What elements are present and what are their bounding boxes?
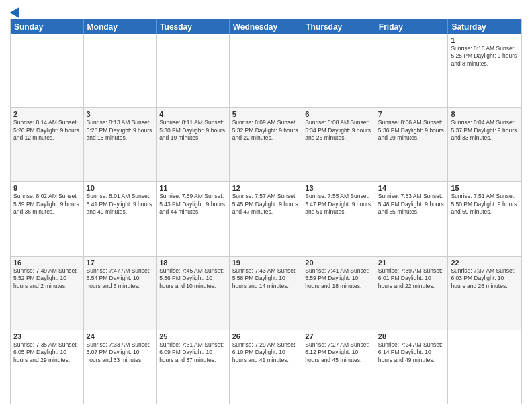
day-number: 24 — [87, 332, 154, 340]
day-number: 10 — [87, 184, 154, 192]
calendar-cell-empty-0-4 — [302, 34, 375, 107]
calendar-cell-13: 13Sunrise: 7:55 AM Sunset: 5:47 PM Dayli… — [302, 182, 375, 255]
day-number: 25 — [159, 332, 226, 340]
calendar-body: 1Sunrise: 8:16 AM Sunset: 5:25 PM Daylig… — [11, 34, 521, 404]
day-number: 14 — [378, 184, 445, 192]
day-info: Sunrise: 8:09 AM Sunset: 5:32 PM Dayligh… — [232, 119, 300, 142]
day-info: Sunrise: 7:39 AM Sunset: 6:01 PM Dayligh… — [378, 267, 445, 290]
calendar-header-thursday: Thursday — [302, 19, 375, 34]
calendar-cell-18: 18Sunrise: 7:45 AM Sunset: 5:56 PM Dayli… — [157, 257, 230, 330]
day-number: 1 — [451, 36, 519, 44]
day-info: Sunrise: 7:51 AM Sunset: 5:50 PM Dayligh… — [451, 193, 519, 216]
calendar-header-sunday: Sunday — [11, 19, 84, 34]
calendar-header-friday: Friday — [375, 19, 449, 34]
calendar-cell-3: 3Sunrise: 8:13 AM Sunset: 5:28 PM Daylig… — [84, 108, 157, 181]
day-number: 9 — [13, 184, 81, 192]
day-number: 22 — [451, 259, 519, 267]
calendar-cell-2: 2Sunrise: 8:14 AM Sunset: 5:26 PM Daylig… — [11, 108, 84, 181]
day-info: Sunrise: 7:59 AM Sunset: 5:43 PM Dayligh… — [159, 193, 226, 216]
day-info: Sunrise: 7:43 AM Sunset: 5:58 PM Dayligh… — [232, 267, 300, 290]
calendar: SundayMondayTuesdayWednesdayThursdayFrid… — [10, 19, 522, 404]
calendar-week-3: 9Sunrise: 8:02 AM Sunset: 5:39 PM Daylig… — [11, 181, 521, 255]
page: SundayMondayTuesdayWednesdayThursdayFrid… — [0, 0, 532, 411]
day-number: 12 — [232, 184, 300, 192]
day-info: Sunrise: 7:41 AM Sunset: 5:59 PM Dayligh… — [305, 267, 372, 290]
calendar-cell-empty-4-6 — [448, 330, 521, 404]
day-number: 23 — [13, 332, 81, 340]
calendar-header-tuesday: Tuesday — [157, 19, 230, 34]
calendar-cell-16: 16Sunrise: 7:49 AM Sunset: 5:52 PM Dayli… — [11, 257, 84, 330]
calendar-cell-23: 23Sunrise: 7:35 AM Sunset: 6:05 PM Dayli… — [11, 330, 84, 404]
day-info: Sunrise: 8:08 AM Sunset: 5:34 PM Dayligh… — [305, 119, 372, 142]
calendar-week-5: 23Sunrise: 7:35 AM Sunset: 6:05 PM Dayli… — [11, 330, 521, 404]
calendar-cell-empty-0-0 — [11, 34, 84, 107]
header — [10, 7, 522, 16]
calendar-cell-25: 25Sunrise: 7:31 AM Sunset: 6:09 PM Dayli… — [157, 330, 230, 404]
day-number: 26 — [232, 332, 300, 340]
calendar-week-2: 2Sunrise: 8:14 AM Sunset: 5:26 PM Daylig… — [11, 107, 521, 181]
day-info: Sunrise: 7:47 AM Sunset: 5:54 PM Dayligh… — [87, 267, 154, 290]
calendar-cell-12: 12Sunrise: 7:57 AM Sunset: 5:45 PM Dayli… — [230, 182, 303, 255]
calendar-cell-20: 20Sunrise: 7:41 AM Sunset: 5:59 PM Dayli… — [302, 257, 375, 330]
day-info: Sunrise: 7:57 AM Sunset: 5:45 PM Dayligh… — [232, 193, 300, 216]
day-info: Sunrise: 7:33 AM Sunset: 6:07 PM Dayligh… — [87, 341, 154, 364]
calendar-header-row: SundayMondayTuesdayWednesdayThursdayFrid… — [11, 19, 521, 34]
day-number: 11 — [159, 184, 226, 192]
logo-triangle-icon — [10, 5, 24, 18]
day-info: Sunrise: 7:35 AM Sunset: 6:05 PM Dayligh… — [13, 341, 81, 364]
day-number: 5 — [232, 110, 300, 118]
calendar-week-4: 16Sunrise: 7:49 AM Sunset: 5:52 PM Dayli… — [11, 256, 521, 330]
day-number: 20 — [305, 259, 372, 267]
day-number: 15 — [451, 184, 519, 192]
calendar-cell-8: 8Sunrise: 8:04 AM Sunset: 5:37 PM Daylig… — [448, 108, 521, 181]
day-number: 13 — [305, 184, 372, 192]
day-info: Sunrise: 8:06 AM Sunset: 5:36 PM Dayligh… — [378, 119, 445, 142]
calendar-cell-24: 24Sunrise: 7:33 AM Sunset: 6:07 PM Dayli… — [84, 330, 157, 404]
day-number: 3 — [87, 110, 154, 118]
calendar-cell-6: 6Sunrise: 8:08 AM Sunset: 5:34 PM Daylig… — [302, 108, 375, 181]
calendar-header-monday: Monday — [84, 19, 157, 34]
calendar-header-saturday: Saturday — [448, 19, 521, 34]
calendar-week-1: 1Sunrise: 8:16 AM Sunset: 5:25 PM Daylig… — [11, 34, 521, 107]
logo — [10, 7, 22, 16]
day-info: Sunrise: 7:24 AM Sunset: 6:14 PM Dayligh… — [378, 341, 445, 364]
day-info: Sunrise: 7:49 AM Sunset: 5:52 PM Dayligh… — [13, 267, 81, 290]
day-info: Sunrise: 8:04 AM Sunset: 5:37 PM Dayligh… — [451, 119, 519, 142]
day-number: 4 — [159, 110, 226, 118]
day-number: 2 — [13, 110, 81, 118]
day-info: Sunrise: 7:55 AM Sunset: 5:47 PM Dayligh… — [305, 193, 372, 216]
calendar-cell-empty-0-5 — [375, 34, 449, 107]
day-info: Sunrise: 7:31 AM Sunset: 6:09 PM Dayligh… — [159, 341, 226, 364]
day-number: 8 — [451, 110, 519, 118]
day-info: Sunrise: 7:45 AM Sunset: 5:56 PM Dayligh… — [159, 267, 226, 290]
calendar-cell-17: 17Sunrise: 7:47 AM Sunset: 5:54 PM Dayli… — [84, 257, 157, 330]
day-info: Sunrise: 8:16 AM Sunset: 5:25 PM Dayligh… — [451, 45, 519, 68]
day-number: 19 — [232, 259, 300, 267]
calendar-cell-5: 5Sunrise: 8:09 AM Sunset: 5:32 PM Daylig… — [230, 108, 303, 181]
calendar-cell-10: 10Sunrise: 8:01 AM Sunset: 5:41 PM Dayli… — [84, 182, 157, 255]
day-number: 7 — [378, 110, 445, 118]
calendar-cell-27: 27Sunrise: 7:27 AM Sunset: 6:12 PM Dayli… — [302, 330, 375, 404]
day-number: 18 — [159, 259, 226, 267]
calendar-cell-19: 19Sunrise: 7:43 AM Sunset: 5:58 PM Dayli… — [230, 257, 303, 330]
calendar-cell-28: 28Sunrise: 7:24 AM Sunset: 6:14 PM Dayli… — [375, 330, 449, 404]
calendar-cell-15: 15Sunrise: 7:51 AM Sunset: 5:50 PM Dayli… — [448, 182, 521, 255]
calendar-cell-11: 11Sunrise: 7:59 AM Sunset: 5:43 PM Dayli… — [157, 182, 230, 255]
day-info: Sunrise: 8:13 AM Sunset: 5:28 PM Dayligh… — [87, 119, 154, 142]
calendar-cell-4: 4Sunrise: 8:11 AM Sunset: 5:30 PM Daylig… — [157, 108, 230, 181]
day-info: Sunrise: 7:53 AM Sunset: 5:48 PM Dayligh… — [378, 193, 445, 216]
calendar-cell-14: 14Sunrise: 7:53 AM Sunset: 5:48 PM Dayli… — [375, 182, 449, 255]
day-info: Sunrise: 7:27 AM Sunset: 6:12 PM Dayligh… — [305, 341, 372, 364]
calendar-cell-empty-0-3 — [230, 34, 303, 107]
day-number: 6 — [305, 110, 372, 118]
calendar-cell-22: 22Sunrise: 7:37 AM Sunset: 6:03 PM Dayli… — [448, 257, 521, 330]
calendar-cell-7: 7Sunrise: 8:06 AM Sunset: 5:36 PM Daylig… — [375, 108, 449, 181]
day-info: Sunrise: 8:01 AM Sunset: 5:41 PM Dayligh… — [87, 193, 154, 216]
day-number: 21 — [378, 259, 445, 267]
day-info: Sunrise: 7:37 AM Sunset: 6:03 PM Dayligh… — [451, 267, 519, 290]
day-info: Sunrise: 7:29 AM Sunset: 6:10 PM Dayligh… — [232, 341, 300, 364]
day-number: 28 — [378, 332, 445, 340]
day-number: 17 — [87, 259, 154, 267]
calendar-cell-empty-0-2 — [157, 34, 230, 107]
day-number: 16 — [13, 259, 81, 267]
